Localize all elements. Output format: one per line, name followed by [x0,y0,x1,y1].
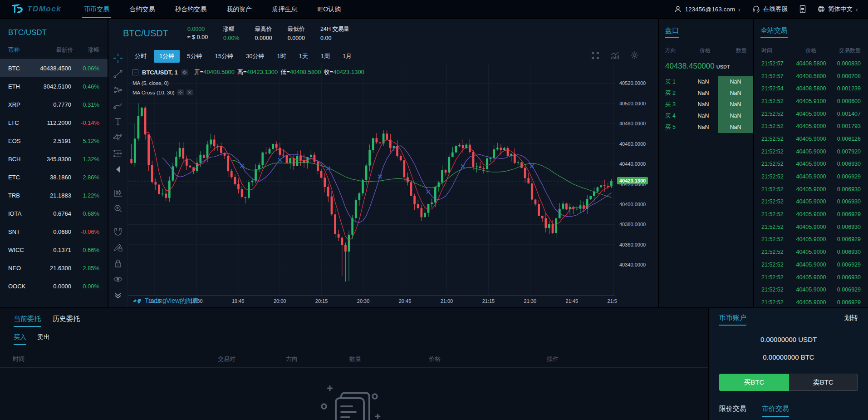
long-position-icon[interactable] [112,148,124,159]
time-tick: 20:45 [399,298,412,304]
order-side-tabs: 买入卖出 [0,327,708,345]
time-tick: 21:00 [441,298,453,304]
orderbook-row[interactable]: 买 3NaNNaN [659,99,753,110]
brush-icon[interactable] [112,100,124,111]
orders-tab[interactable]: 当前委托 [14,315,41,327]
timeframe-5分钟[interactable]: 5分钟 [181,50,207,63]
forecast-bars-icon[interactable] [112,187,124,198]
trade-amount: 0.006930 [828,274,861,281]
nav-item-5[interactable]: 质押生息 [262,0,307,18]
coin-price: 3042.5100 [35,83,78,90]
edit-lock-icon[interactable] [112,242,124,253]
buy-btc-button[interactable]: 买BTC [719,374,789,391]
orderbook-row[interactable]: 买 5NaNNaN [659,122,753,133]
language-selector[interactable]: 简体中文 ‹ [818,5,858,13]
trade-row: 21:52:5240405.90000.006929 [754,258,868,271]
timeframe-15分钟[interactable]: 15分钟 [209,50,238,63]
orders-table-headers: 时间交易对方向数量价格操作 [0,352,708,368]
logo[interactable]: TDMock [0,3,74,15]
nav-item-1[interactable]: 币币交易 [74,0,119,18]
trade-price: 40405.9000 [794,236,828,242]
order-type-tab[interactable]: 限价交易 [719,405,746,417]
nav-item-4[interactable]: 我的资产 [216,0,262,18]
watchlist-row-wicc[interactable]: WICC0.13710.66% [0,241,108,259]
trade-row: 21:52:5240405.90000.006930 [754,158,868,171]
trade-price: 40405.9000 [794,211,828,217]
account-title[interactable]: 币币账户 [719,314,746,326]
side-tab[interactable]: 买入 [14,333,26,345]
trade-row: 21:52:5440408.58000.001239 [754,82,868,95]
order-type-tab[interactable]: 市价交易 [762,405,789,417]
nav-item-6[interactable]: IEO认购 [307,0,351,18]
indicator-gear-icon[interactable] [177,89,184,95]
settings-gear-icon[interactable] [630,51,639,59]
magnet-icon[interactable] [112,226,124,237]
timeframe-1月[interactable]: 1月 [337,50,357,63]
orderbook-rows: 买 1NaNNaN买 2NaNNaN买 3NaNNaN买 4NaNNaN买 5N… [659,76,753,133]
indicators-icon[interactable] [610,51,619,59]
timeframe-1分钟[interactable]: 1分钟 [154,50,180,63]
nav-right: 123456@163.com ‹ 在线客服 [674,5,868,13]
arrow-left-icon[interactable] [112,164,124,175]
time-tick: 20:00 [274,298,286,304]
trade-row: 21:52:5740408.58000.000708 [754,70,868,83]
crosshair-icon[interactable] [112,53,124,64]
collapse-icon[interactable]: – [132,69,138,75]
watchlist-row-iota[interactable]: IOTA0.67640.68% [0,204,108,222]
text-icon[interactable] [112,116,124,127]
watchlist-row-neo[interactable]: NEO21.63002.85% [0,259,108,277]
fullscreen-icon[interactable] [591,51,599,59]
trading-app: TDMock 币币交易合约交易秒合约交易我的资产质押生息IEO认购 123456… [0,0,868,420]
online-service[interactable]: 在线客服 [752,5,788,13]
orderbook-panel: 盘口 方向 价格 数量 40438.450000USDT 买 1NaNNaN买 … [659,19,753,307]
divider [112,181,124,181]
bid-price: NaN [689,110,718,122]
tradingview-attribution[interactable]: TradingView的图表 [132,297,199,305]
collapse-down-icon[interactable] [112,290,124,301]
nav-item-3[interactable]: 秒合约交易 [165,0,216,18]
watchlist-row-oock[interactable]: OOCK0.00000.00% [0,277,108,295]
watchlist-row-snt[interactable]: SNT0.0680-0.06% [0,222,108,241]
app-download[interactable] [799,5,806,13]
orderbook-title: 盘口 [665,26,679,38]
orderbook-row[interactable]: 买 1NaNNaN [659,76,753,88]
watchlist-row-etc[interactable]: ETC38.18602.86% [0,168,108,186]
timeframe-30分钟[interactable]: 30分钟 [240,50,270,63]
orders-tab[interactable]: 历史委托 [53,315,80,327]
eye-icon[interactable] [112,274,124,285]
nav-item-2[interactable]: 合约交易 [119,0,165,18]
price-axis[interactable]: 40520.000040500.000040480.000040460.0000… [616,63,658,295]
xabcd-pattern-icon[interactable] [112,132,124,143]
watchlist-row-xrp[interactable]: XRP0.77700.31% [0,95,108,114]
timeframe-分时[interactable]: 分时 [129,50,152,63]
watchlist-row-bch[interactable]: BCH345.83001.32% [0,150,108,168]
trade-time: 21:52:57 [761,60,794,67]
bid-amount: NaN [718,122,753,133]
watchlist-row-eos[interactable]: EOS2.51915.12% [0,132,108,150]
timeframe-1周[interactable]: 1周 [315,50,335,63]
pitchfork-icon[interactable] [112,84,124,95]
user-menu[interactable]: 123456@163.com ‹ [674,5,740,13]
watchlist-row-ltc[interactable]: LTC112.2000-0.14% [0,114,108,132]
trade-time: 21:52:52 [761,274,794,281]
watchlist-row-eth[interactable]: ETH3042.51000.46% [0,77,108,95]
legend-gear-icon[interactable] [181,69,188,75]
coin-price: 40438.4500 [35,65,78,72]
orderbook-row[interactable]: 买 2NaNNaN [659,88,753,99]
sell-btc-button[interactable]: 卖BTC [789,374,858,391]
orderbook-row[interactable]: 买 4NaNNaN [659,110,753,122]
watchlist-row-trb[interactable]: TRB21.18831.22% [0,186,108,204]
trend-line-icon[interactable] [112,69,124,79]
last-price-tag: 40423.1300 [617,177,648,184]
timeframe-1时[interactable]: 1时 [271,50,291,63]
watchlist-row-btc[interactable]: BTC40438.45000.06% [0,59,108,77]
account-panel: 币币账户 划转 0.00000000 USDT 0.00000000 BTC 买… [709,308,868,420]
side-tab[interactable]: 卖出 [37,333,50,345]
zoom-in-icon[interactable] [112,203,124,214]
transfer-link[interactable]: 划转 [844,314,858,322]
chart-plot[interactable]: – BTC/USDT, 1 开=40408.5800高=40423.1300低=… [128,63,615,295]
time-axis[interactable]: 19:1519:3019:4520:0020:1520:3020:4521:00… [128,295,615,306]
indicator-close-icon[interactable]: ✕ [186,89,193,95]
timeframe-1天[interactable]: 1天 [294,50,314,63]
lock-icon[interactable] [112,258,124,269]
